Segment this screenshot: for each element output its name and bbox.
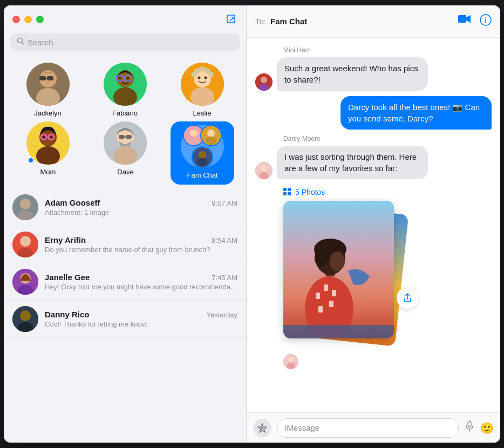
avatar-fabiano [104,63,147,106]
messages-area: Mini Ham Such a great weekend! Who has p… [247,38,500,412]
fullscreen-button[interactable] [36,16,44,23]
conv-item-danny[interactable]: Danny Rico Yesterday Cool! Thanks for le… [4,301,246,338]
bubble-you: Darcy took all the best ones! 📷 Can you … [340,96,492,130]
svg-point-87 [315,248,328,267]
header-actions [458,14,492,29]
svg-point-70 [261,165,267,172]
input-actions: 🙂 [464,421,494,435]
conv-item-erny[interactable]: Erny Arifin 8:54 AM Do you remember the … [4,226,246,263]
chat-recipient: Fam Chat [270,17,307,26]
scroll-indicator [283,354,492,369]
conv-preview-janelle: Hey! Gray told me you might have some go… [45,283,237,291]
conv-time-erny: 8:54 AM [212,236,237,245]
svg-rect-83 [329,301,333,307]
msg-avatar-darcy [255,162,273,179]
app-window: Search [4,5,500,443]
svg-rect-62 [458,15,466,23]
svg-point-14 [119,77,121,79]
chat-header: To: Fam Chat [247,5,500,38]
svg-rect-79 [316,293,320,299]
pinned-contact-fam-chat[interactable]: Fam Chat [171,121,234,185]
msg-row-darcy: I was just sorting through them. Here ar… [255,146,492,179]
conv-avatar-erny [12,232,38,257]
search-bar[interactable]: Search [10,33,240,51]
svg-rect-89 [283,325,394,338]
video-call-button[interactable] [458,14,471,29]
svg-rect-5 [39,76,46,80]
photo-main[interactable] [283,201,394,338]
svg-rect-72 [283,188,287,191]
close-button[interactable] [12,16,20,23]
conv-avatar-adam [12,194,38,220]
pinned-contact-fabiano[interactable]: Fabiano [93,63,158,117]
share-button[interactable] [397,287,418,309]
conv-preview-danny: Cool! Thanks for letting me know. [45,320,237,328]
voice-input-button[interactable] [464,421,475,435]
msg-avatar-mini-ham [255,73,273,91]
conv-item-janelle[interactable]: Janelle Gee 7:45 AM Hey! Gray told me yo… [4,263,246,301]
pinned-row-2: Mom [4,119,246,187]
avatar-jackelyn [26,63,70,106]
conv-time-adam: 9:07 AM [212,199,237,207]
pinned-contact-mom[interactable]: Mom [16,121,80,185]
conv-info-adam: Adam Gooseff 9:07 AM Attachment: 1 image [45,198,237,216]
svg-point-25 [204,77,207,79]
sender-name-mini-ham: Mini Ham [283,46,492,54]
conv-preview-adam: Attachment: 1 image [45,208,237,216]
svg-rect-75 [288,192,291,195]
avatar-wrap-dave [104,121,147,165]
conv-avatar-danny [12,306,38,332]
svg-rect-74 [283,192,287,195]
svg-point-60 [20,310,31,321]
search-placeholder: Search [28,38,53,47]
left-panel: Search [4,5,247,443]
contact-name-fam-chat: Fam Chat [187,171,218,179]
photos-grid[interactable] [283,201,413,352]
conversation-list: Adam Gooseff 9:07 AM Attachment: 1 image [4,189,246,443]
contact-name-mom: Mom [40,168,56,176]
emoji-button[interactable]: 🙂 [480,422,494,435]
photos-count: 5 Photos [295,188,325,196]
avatar-wrap-mom [26,121,70,165]
photos-section: 5 Photos [283,188,492,369]
message-placeholder: iMessage [285,423,319,432]
titlebar [4,5,246,33]
svg-point-46 [206,137,216,145]
svg-point-65 [485,17,486,18]
info-button[interactable] [480,14,492,29]
scroll-avatar [283,354,298,369]
compose-button[interactable] [226,13,237,25]
svg-point-51 [20,199,31,209]
pinned-contact-dave[interactable]: Dave [93,121,158,185]
app-store-button[interactable]: A [253,419,271,437]
svg-point-20 [194,69,200,74]
bubble-darcy: I was just sorting through them. Here ar… [277,146,428,179]
conv-avatar-janelle [12,269,38,295]
svg-rect-94 [468,422,471,427]
svg-point-42 [190,130,197,137]
pinned-contact-leslie[interactable]: Leslie [170,63,235,117]
message-input[interactable]: iMessage [277,418,459,438]
svg-point-15 [127,77,129,79]
svg-point-32 [43,136,45,138]
svg-point-24 [197,77,200,79]
svg-rect-82 [318,306,323,313]
pinned-section: Jackelyn [4,56,246,189]
minimize-button[interactable] [24,16,32,23]
conv-info-danny: Danny Rico Yesterday Cool! Thanks for le… [45,310,237,328]
conv-name-danny: Danny Rico [45,310,90,319]
svg-point-45 [207,130,215,137]
conv-item-adam[interactable]: Adam Gooseff 9:07 AM Attachment: 1 image [4,189,246,226]
svg-point-67 [261,77,267,83]
pinned-contact-jackelyn[interactable]: Jackelyn [16,63,80,117]
svg-rect-6 [47,76,53,80]
svg-point-54 [20,236,31,247]
msg-row-you: Darcy took all the best ones! 📷 Can you … [255,96,492,130]
conv-info-erny: Erny Arifin 8:54 AM Do you remember the … [45,235,237,254]
svg-point-48 [199,151,206,159]
input-bar: A iMessage 🙂 [247,412,500,443]
svg-rect-73 [288,188,291,191]
to-label: To: [255,17,266,26]
svg-point-49 [197,158,208,167]
photos-label: 5 Photos [283,188,492,196]
